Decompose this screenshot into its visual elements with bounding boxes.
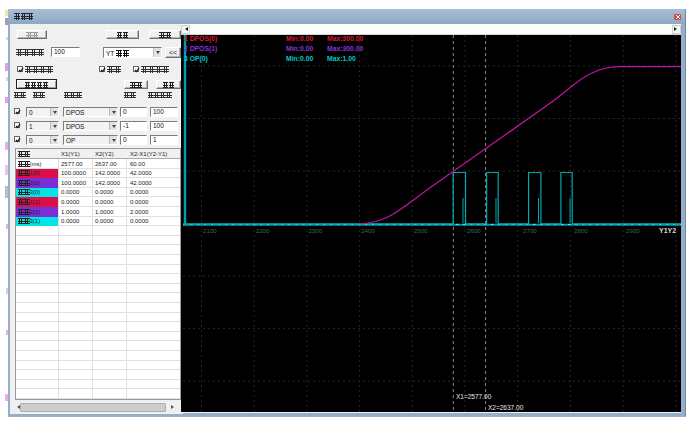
svg-text:Max:1.00: Max:1.00 [327, 55, 356, 62]
svg-text:2300: 2300 [308, 227, 322, 234]
svg-text:2100: 2100 [203, 227, 217, 234]
svg-text:2700: 2700 [523, 227, 537, 234]
svg-text:Min:0.00: Min:0.00 [286, 55, 313, 62]
svg-text:2600: 2600 [467, 227, 481, 234]
svg-text:Min:0.00: Min:0.00 [286, 45, 313, 52]
svg-text:2900: 2900 [626, 227, 640, 234]
svg-text:2400: 2400 [361, 227, 375, 234]
svg-text:2 DPOS(1): 2 DPOS(1) [184, 45, 217, 53]
svg-text:2800: 2800 [574, 227, 588, 234]
svg-text:Max:300.00: Max:300.00 [327, 45, 363, 52]
svg-text:2200: 2200 [256, 227, 270, 234]
svg-text:1 DPOS(0): 1 DPOS(0) [184, 35, 217, 43]
svg-text:Y1Y2: Y1Y2 [659, 227, 676, 234]
svg-text:Max:300.00: Max:300.00 [327, 35, 363, 42]
svg-text:X2=2637.00: X2=2637.00 [488, 404, 524, 411]
svg-text:3 OP(0): 3 OP(0) [184, 55, 208, 63]
svg-text:X1=2577.00: X1=2577.00 [456, 393, 492, 400]
svg-text:Min:0.00: Min:0.00 [286, 35, 313, 42]
svg-text:2500: 2500 [414, 227, 428, 234]
